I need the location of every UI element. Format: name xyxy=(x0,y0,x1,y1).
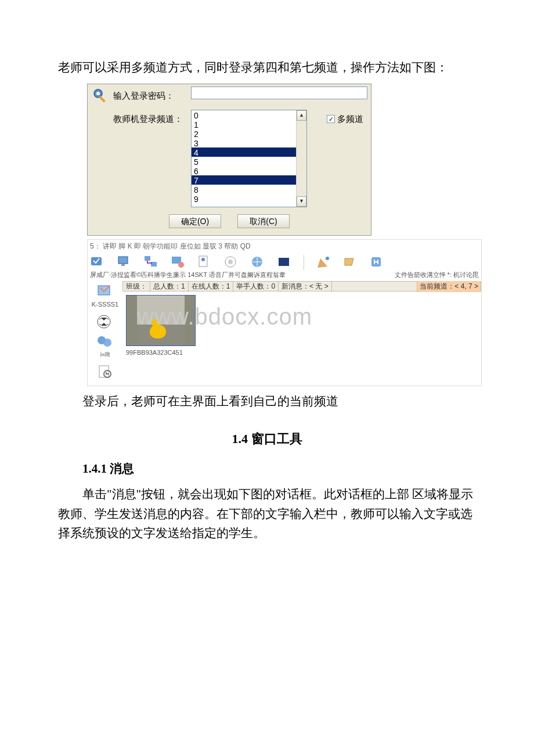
channel-item[interactable]: 2 xyxy=(192,129,296,138)
toolbar-label-left: 屏咸厂·涉捏监看©匹科播学生廉示 14SKT 语音厂并可盘阚诉直程翁韋 xyxy=(90,270,334,280)
sidebar-icon[interactable] xyxy=(96,283,114,300)
svg-point-20 xyxy=(98,315,110,328)
channel-item[interactable]: 9 xyxy=(192,194,296,203)
scroll-up-icon[interactable]: ▲ xyxy=(297,110,306,121)
menu-bar[interactable]: 5： 讲即 脚 K 即 朝学功能叩 座位如 显驭 3 帮助 QD xyxy=(88,240,481,253)
toolbar-icon[interactable] xyxy=(277,255,292,270)
toolbar-icon[interactable] xyxy=(117,255,132,270)
svg-rect-28 xyxy=(107,373,109,375)
multi-channel-label: 多频道 xyxy=(337,112,363,126)
multi-channel-checkbox[interactable]: ✓ xyxy=(327,115,335,123)
channel-item[interactable]: 8 xyxy=(192,185,296,194)
cancel-button[interactable]: 取消(C) xyxy=(237,214,290,228)
svg-point-1 xyxy=(96,92,100,95)
channel-item[interactable]: 4 xyxy=(192,147,296,157)
section-title: 1.4 窗口工具 xyxy=(58,429,476,449)
svg-rect-5 xyxy=(118,257,128,264)
svg-rect-16 xyxy=(279,258,289,266)
svg-point-12 xyxy=(201,258,205,261)
subsection-title: 1.4.1 消息 xyxy=(58,459,476,479)
toolbar-icon[interactable] xyxy=(197,255,212,270)
toolbar-icon[interactable] xyxy=(369,255,384,270)
student-thumbnail[interactable]: 99FBB93A323C451 xyxy=(126,295,196,358)
status-hands: 举手人数：0 xyxy=(233,281,279,292)
toolbar xyxy=(88,253,481,270)
toolbar-icon[interactable] xyxy=(250,255,265,270)
toolbar-icon[interactable] xyxy=(342,255,358,270)
status-newmsg: 新消息：< 无 > xyxy=(279,281,332,292)
status-current-channel: 当前频道：< 4, 7 > xyxy=(417,281,481,292)
channel-item[interactable]: 7 xyxy=(192,175,296,185)
sidebar-item-label: K-SSSS1 xyxy=(89,300,121,310)
svg-point-10 xyxy=(178,262,184,268)
status-class: 班级： xyxy=(123,281,150,292)
figure-caption: 登录后，老师可在主界面上看到自己的当前频道 xyxy=(58,392,476,412)
sidebar-item-label: i«llt xyxy=(89,350,121,360)
toolbar-icon[interactable] xyxy=(143,255,158,270)
sidebar-icon[interactable] xyxy=(96,314,114,330)
scroll-down-icon[interactable]: ▼ xyxy=(297,196,306,207)
password-input[interactable] xyxy=(191,87,367,99)
status-bar: 班级： 总人数：1 在线人数：1 举手人数：0 新消息：< 无 > 当前频道：<… xyxy=(122,281,481,291)
toolbar-icon[interactable] xyxy=(170,255,185,270)
scrollbar[interactable]: ▲ ▼ xyxy=(296,110,306,207)
toolbar-icon[interactable] xyxy=(316,255,331,270)
svg-point-17 xyxy=(326,257,329,260)
channel-item[interactable]: 3 xyxy=(192,138,296,147)
intro-paragraph: 老师可以采用多频道方式，同时登录第四和第七频道，操作方法如下图： xyxy=(58,58,476,78)
ok-button[interactable]: 确定(O) xyxy=(169,214,221,228)
channel-item[interactable]: 0 xyxy=(192,110,296,120)
toolbar-label-right: 丈件告箭收溝立怦 *: 机讨论毘 xyxy=(334,270,479,280)
channel-item[interactable]: 6 xyxy=(192,166,296,175)
body-paragraph: 单击"消息"按钮，就会出现如下图的对话框。此对话框的上部 区域将显示教师、学生发… xyxy=(58,485,476,543)
channel-item[interactable]: 5 xyxy=(192,157,296,166)
password-label: 输入登录密码： xyxy=(113,87,191,105)
toolbar-icon[interactable] xyxy=(90,255,105,270)
svg-point-14 xyxy=(228,260,233,264)
status-total: 总人数：1 xyxy=(150,281,189,292)
main-interface: 5： 讲即 脚 K 即 朝学功能叩 座位如 显驭 3 帮助 QD 屏咸厂·涉捏监… xyxy=(87,239,482,386)
channel-label: 教师机登录频道： xyxy=(113,110,191,128)
thumbnail-label: 99FBB93A323C451 xyxy=(126,346,196,358)
channel-listbox[interactable]: 0 1 2 3 4 5 6 7 8 9 ▲ ▼ xyxy=(191,110,307,207)
login-dialog: 输入登录密码： 教师机登录频道： 0 1 2 3 4 5 6 7 8 9 xyxy=(87,84,371,236)
channel-item[interactable]: 1 xyxy=(192,120,296,129)
status-online: 在线人数：1 xyxy=(189,281,234,292)
key-icon xyxy=(91,87,110,105)
svg-rect-27 xyxy=(106,372,107,375)
sidebar-icon[interactable] xyxy=(96,363,114,380)
svg-rect-7 xyxy=(145,256,150,261)
svg-rect-6 xyxy=(121,264,125,266)
sidebar: K-SSSS1 i«llt xyxy=(88,281,122,385)
toolbar-icon[interactable] xyxy=(223,255,239,270)
svg-point-24 xyxy=(103,339,111,347)
svg-rect-8 xyxy=(151,262,157,267)
sidebar-icon[interactable] xyxy=(96,333,114,350)
